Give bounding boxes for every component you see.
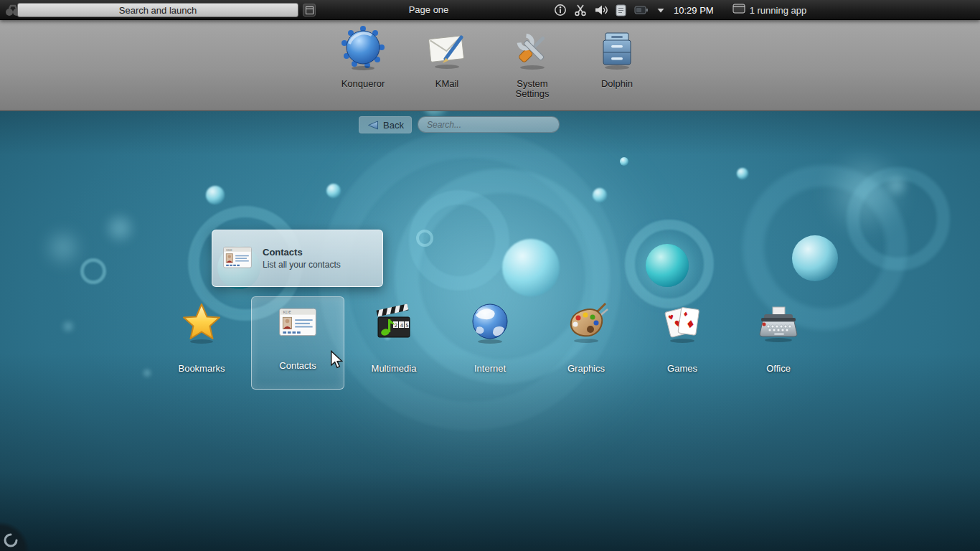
games-icon: ♥ ♥ ♦ ♦ — [659, 300, 705, 349]
svg-text:4: 4 — [400, 323, 404, 329]
favorite-dolphin[interactable]: Dolphin — [575, 26, 659, 89]
battery-icon[interactable] — [634, 5, 649, 15]
svg-text:KDE: KDE — [283, 310, 291, 314]
favorites-strip: Konqueror KMail — [0, 20, 980, 111]
internet-icon — [467, 300, 513, 349]
category-contacts[interactable]: KDE Contacts — [255, 300, 341, 371]
task-label: 1 running app — [750, 5, 807, 16]
system-settings-icon — [509, 26, 555, 75]
window-icon — [732, 4, 745, 17]
office-icon — [755, 300, 801, 349]
category-label: Internet — [474, 363, 506, 374]
add-widget-button[interactable] — [303, 4, 316, 17]
taskbar-entry[interactable]: 1 running app — [728, 2, 811, 18]
navigation-row: Back — [0, 114, 980, 136]
favorite-kmail[interactable]: KMail — [405, 26, 489, 89]
favorite-label: Konqueror — [341, 79, 385, 89]
favorite-konqueror[interactable]: Konqueror — [321, 26, 405, 89]
favorite-label: System Settings — [506, 79, 559, 98]
contacts-card-icon: KDE — [221, 240, 254, 276]
scissors-icon[interactable] — [574, 4, 587, 17]
desktop-wallpaper: Back KDE Contacts List all y — [0, 111, 980, 551]
favorite-system-settings[interactable]: System Settings — [490, 26, 575, 98]
volume-icon[interactable] — [594, 4, 608, 17]
contacts-tooltip: KDE Contacts List all your contacts — [212, 230, 383, 287]
activity-label: Search and launch — [119, 5, 197, 16]
category-label: Bookmarks — [178, 363, 225, 374]
clipboard-icon[interactable] — [616, 4, 627, 17]
svg-text:2: 2 — [395, 323, 397, 329]
svg-text:KDE: KDE — [226, 248, 232, 252]
category-office[interactable]: Office — [735, 300, 821, 374]
page-indicator: Page one — [387, 0, 470, 20]
category-games[interactable]: ♥ ♥ ♦ ♦ Games — [639, 300, 725, 374]
top-panel: Search and launch Page one — [0, 0, 980, 20]
multimedia-icon: 2 4 5 — [371, 300, 417, 349]
back-button[interactable]: Back — [359, 116, 412, 133]
tooltip-title: Contacts — [263, 247, 341, 258]
category-label: Games — [667, 363, 697, 374]
bookmarks-icon — [179, 300, 225, 349]
category-label: Office — [766, 363, 791, 374]
cashew-icon — [3, 532, 19, 548]
favorite-label: KMail — [435, 79, 459, 89]
activity-button[interactable]: Search and launch — [17, 3, 298, 17]
category-label: Contacts — [279, 360, 316, 371]
category-bookmarks[interactable]: Bookmarks — [159, 300, 245, 374]
contacts-icon: KDE — [276, 300, 319, 346]
graphics-icon — [563, 300, 609, 349]
search-input[interactable] — [418, 116, 560, 133]
window-add-icon — [306, 6, 314, 14]
desktop-root: Search and launch Page one — [0, 0, 980, 551]
dolphin-icon — [594, 26, 640, 75]
plasma-toolbox-button[interactable] — [0, 519, 32, 551]
category-graphics[interactable]: Graphics — [543, 300, 629, 374]
category-label: Graphics — [567, 363, 605, 374]
category-internet[interactable]: Internet — [447, 300, 533, 374]
favorite-label: Dolphin — [601, 79, 633, 89]
system-tray: 10:29 PM 1 running app — [554, 0, 811, 20]
chevron-down-icon[interactable] — [656, 7, 665, 14]
svg-text:5: 5 — [405, 323, 408, 329]
konqueror-icon — [340, 26, 386, 75]
svg-text:♦: ♦ — [685, 317, 697, 331]
clock[interactable]: 10:29 PM — [674, 5, 714, 16]
category-multimedia[interactable]: 2 4 5 Multimedia — [351, 300, 437, 374]
back-label: Back — [383, 120, 404, 131]
tooltip-subtitle: List all your contacts — [263, 260, 341, 270]
back-arrow-icon — [367, 120, 379, 131]
info-icon[interactable] — [554, 4, 567, 17]
kmail-icon — [424, 26, 470, 75]
category-label: Multimedia — [372, 363, 417, 374]
